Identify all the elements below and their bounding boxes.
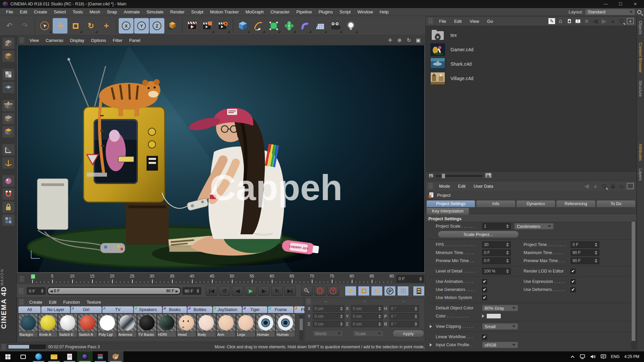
menu-window[interactable]: Window bbox=[354, 8, 376, 15]
viewport-menu-cameras[interactable]: Cameras bbox=[42, 37, 67, 44]
keyframe-selection-button[interactable]: ? bbox=[327, 286, 339, 296]
material-tile[interactable]: Arm bbox=[216, 314, 236, 337]
layout-select[interactable]: Standard bbox=[585, 9, 635, 15]
viewport-menu-options[interactable]: Options bbox=[88, 37, 109, 44]
material-tile[interactable]: Body bbox=[197, 314, 216, 337]
size-y-field[interactable]: 0 cm bbox=[351, 313, 383, 319]
lock-y-axis-button[interactable]: Y bbox=[134, 18, 149, 34]
up-icon[interactable]: ▲ bbox=[609, 18, 616, 24]
make-editable-button[interactable] bbox=[2, 38, 14, 49]
toggle-move-keys-button[interactable]: ✛ bbox=[345, 286, 357, 296]
menu-edit[interactable]: Edit bbox=[16, 8, 31, 15]
toggle-view-icon[interactable]: ▣ bbox=[415, 37, 422, 44]
hidden-icons-chevron[interactable] bbox=[570, 355, 575, 358]
browser-menu-edit[interactable]: Edit bbox=[450, 18, 466, 24]
scale-project-button[interactable]: Scale Project... bbox=[438, 231, 519, 238]
goto-previous-key-button[interactable]: ↺ bbox=[219, 286, 230, 296]
browser-item-shark[interactable]: Shark.c4d bbox=[430, 58, 636, 70]
viewport-menu-filter[interactable]: Filter bbox=[109, 37, 126, 44]
model-mode-button[interactable] bbox=[2, 51, 14, 62]
timeline-ruler[interactable]: 0 5 10 15 20 25 30 35 40 45 50 55 60 65 … bbox=[17, 273, 425, 284]
back-icon[interactable]: ◀ bbox=[592, 18, 599, 24]
lock-z-axis-button[interactable]: Z bbox=[150, 18, 164, 34]
input-color-profile-expand-icon[interactable] bbox=[430, 343, 432, 347]
menu-plugins[interactable]: Plugins bbox=[315, 8, 336, 15]
add-camera-button[interactable] bbox=[328, 18, 343, 34]
search-commander-icon[interactable] bbox=[637, 10, 641, 14]
menu-mesh[interactable]: Mesh bbox=[86, 8, 104, 15]
loop-end-field[interactable]: 90 F bbox=[182, 287, 201, 295]
add-light-button[interactable] bbox=[343, 18, 358, 34]
material-tile[interactable]: Backgro bbox=[18, 314, 38, 337]
use-motion-system-checkbox[interactable] bbox=[482, 295, 487, 300]
project-scale-field[interactable]: 1 bbox=[482, 223, 511, 230]
tab-project-settings[interactable]: Project Settings bbox=[426, 200, 475, 207]
size-z-field[interactable]: 0 cm bbox=[351, 321, 383, 327]
points-mode-button[interactable] bbox=[2, 100, 14, 111]
coordinate-system-button[interactable] bbox=[165, 18, 180, 34]
input-color-profile-select[interactable]: sRGB bbox=[482, 342, 518, 348]
layer-tab-all[interactable]: All bbox=[18, 306, 41, 313]
browser-menu-view[interactable]: View bbox=[466, 18, 483, 24]
material-menu-edit[interactable]: Edit bbox=[46, 299, 60, 306]
live-selection-tool[interactable]: ➤ bbox=[37, 18, 52, 34]
texture-mode-button[interactable] bbox=[2, 69, 14, 80]
layer-tab-tv[interactable]: TV bbox=[102, 306, 133, 313]
menu-select[interactable]: Select bbox=[50, 8, 69, 15]
goto-end-button[interactable]: ▶| bbox=[284, 286, 296, 296]
action-center-icon[interactable] bbox=[601, 354, 606, 359]
layer-tab-frame[interactable]: Frame bbox=[268, 306, 293, 313]
material-tile[interactable]: Legs bbox=[236, 314, 256, 337]
apply-button[interactable]: Apply bbox=[392, 330, 424, 337]
menu-file[interactable]: File bbox=[3, 8, 16, 15]
use-animation-checkbox[interactable] bbox=[482, 279, 487, 284]
preview-min-time-field[interactable]: 0 F bbox=[482, 257, 511, 264]
coordinate-system-select[interactable]: World bbox=[312, 330, 343, 337]
layer-tab-joystation[interactable]: JoyStation bbox=[213, 306, 242, 313]
panel-grip[interactable] bbox=[306, 298, 311, 304]
layer-tab-girl[interactable]: Girl bbox=[71, 306, 102, 313]
menu-simulate[interactable]: Simulate bbox=[143, 8, 167, 15]
color-expand-icon[interactable] bbox=[482, 314, 484, 318]
view-clipping-select[interactable]: Small bbox=[482, 323, 518, 330]
edit-browser-icon[interactable]: ✎ bbox=[548, 18, 555, 24]
rotation-h-field[interactable]: 0 ° bbox=[389, 305, 419, 312]
record-keyframe-button[interactable] bbox=[301, 286, 313, 296]
taskbar-browser-app[interactable] bbox=[31, 351, 46, 362]
project-scale-unit-select[interactable]: Centimeters bbox=[514, 223, 554, 230]
menu-create[interactable]: Create bbox=[31, 8, 50, 15]
lock-x-axis-button[interactable]: X bbox=[119, 18, 133, 34]
position-y-field[interactable]: 0 cm bbox=[313, 313, 344, 319]
toggle-scale-keys-button[interactable] bbox=[358, 286, 370, 296]
autokeying-button[interactable]: ( ) bbox=[314, 286, 326, 296]
play-forwards-button[interactable]: ▶ bbox=[245, 286, 257, 296]
panel-grip[interactable] bbox=[19, 276, 24, 282]
minimize-button[interactable]: — bbox=[598, 0, 613, 8]
edit-render-settings-button[interactable] bbox=[216, 18, 230, 34]
last-used-tool[interactable]: ✛ bbox=[99, 18, 114, 34]
toggle-point-level-animation-button[interactable] bbox=[397, 286, 409, 296]
spinner-arrows[interactable] bbox=[41, 289, 44, 293]
panel-grip[interactable] bbox=[428, 183, 433, 189]
material-menu-create[interactable]: Create bbox=[26, 299, 46, 306]
preview-max-time-field[interactable]: 90 F bbox=[571, 257, 599, 264]
material-tile[interactable]: Antenna bbox=[117, 314, 137, 337]
use-generators-checkbox[interactable] bbox=[482, 287, 487, 292]
add-cube-button[interactable] bbox=[235, 18, 250, 34]
rotate-tool[interactable]: ↻ bbox=[84, 18, 98, 34]
volume-icon[interactable] bbox=[590, 354, 596, 359]
coordinate-mode-select[interactable]: Scale bbox=[352, 330, 383, 337]
layer-tab-speakers[interactable]: Speakers bbox=[134, 306, 162, 313]
goto-next-frame-button[interactable]: ▶ bbox=[258, 286, 270, 296]
material-tile[interactable]: Poly Ligl bbox=[98, 314, 117, 337]
layer-tab-tiger[interactable]: Tiger bbox=[243, 306, 267, 313]
fps-field[interactable]: 30 bbox=[482, 241, 511, 248]
material-menu-function[interactable]: Function bbox=[60, 299, 83, 306]
panel-grip[interactable] bbox=[19, 299, 24, 305]
menu-character[interactable]: Character bbox=[267, 8, 293, 15]
toggle-rotate-keys-button[interactable]: ↻ bbox=[371, 286, 383, 296]
thumbnail-size-slider[interactable] bbox=[436, 175, 483, 177]
browser-menu-file[interactable]: File bbox=[435, 18, 450, 24]
default-object-color-select[interactable]: 80% Gray bbox=[482, 305, 518, 311]
section-header[interactable]: Project Settings bbox=[426, 215, 636, 222]
